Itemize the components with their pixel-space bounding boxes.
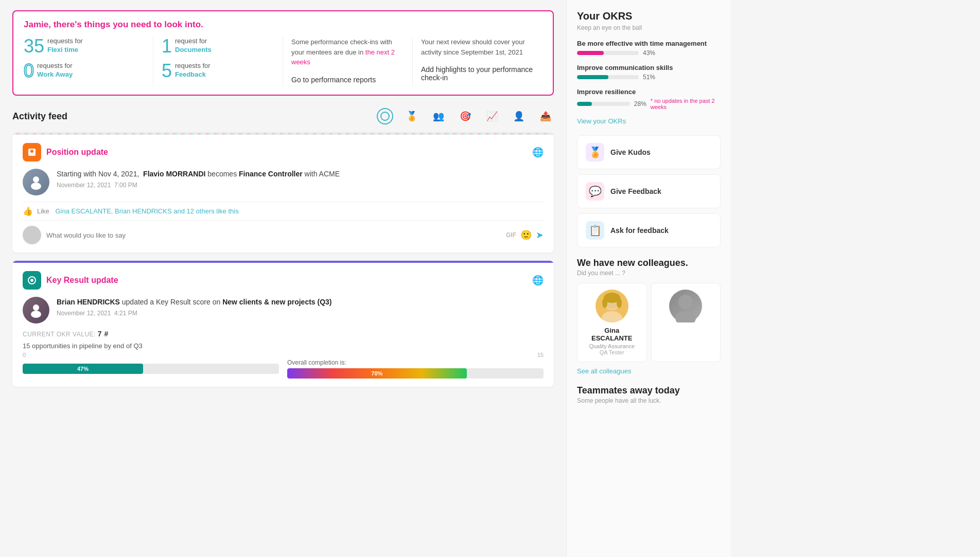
card-header-2: Key Result update 🌐 — [23, 271, 544, 290]
teammates-section: Teammates away today Some people have al… — [577, 385, 721, 404]
teammates-subtitle: Some people have all the luck. — [577, 397, 721, 404]
colleague-card-1[interactable]: GinaESCALANTE Quality Assurance QA Teste… — [577, 283, 647, 362]
card-type-1: Position update — [23, 143, 108, 161]
send-button-1[interactable]: ➤ — [536, 229, 544, 241]
colleagues-row: GinaESCALANTE Quality Assurance QA Teste… — [577, 283, 721, 362]
review-message: Your next review should cover your activ… — [421, 37, 534, 57]
comment-box-1: GIF 🙂 ➤ — [23, 220, 544, 244]
key-result-card: Key Result update 🌐 Brian HENDRICKS upda… — [12, 261, 554, 387]
activity-feed-title: Activity feed — [12, 111, 67, 122]
okr-warning-3: * no updates in the past 2 weeks — [651, 98, 721, 110]
svg-point-3 — [33, 176, 39, 183]
view-okrs-link[interactable]: View your OKRs — [577, 117, 721, 125]
card-type-2: Key Result update — [23, 271, 118, 290]
feed-filters: 🏅 👥 🎯 📈 👤 📤 — [377, 108, 554, 124]
post-timestamp-2: November 12, 2021 4:21 PM — [57, 310, 544, 317]
feedback-number: 5 — [162, 62, 172, 80]
emoji-button[interactable]: 🙂 — [520, 229, 532, 241]
flexi-label: requests forFlexi time — [47, 37, 83, 55]
performance-link[interactable]: Go to performance reports — [291, 76, 376, 84]
filter-badge[interactable]: 🏅 — [404, 108, 420, 124]
alert-stats-left: 35 requests forFlexi time 0 requests for… — [24, 37, 153, 86]
svg-point-16 — [675, 311, 696, 322]
activity-feed-header: Activity feed 🏅 👥 🎯 📈 👤 📤 — [12, 108, 554, 124]
feedback-stat: 5 requests forFeedback — [162, 62, 274, 80]
filter-chart[interactable]: 📈 — [484, 108, 500, 124]
filter-profile[interactable]: 👤 — [511, 108, 527, 124]
ask-feedback-card[interactable]: 📋 Ask for feedback — [577, 213, 721, 247]
performance-highlight: the next 2 weeks — [291, 48, 395, 66]
okr-bar-row-2: 51% — [577, 74, 721, 81]
work-away-stat: 0 requests forWork Away — [24, 62, 145, 80]
filter-target[interactable]: 🎯 — [457, 108, 474, 124]
gif-button[interactable]: GIF — [506, 231, 516, 239]
review-section: Your next review should cover your activ… — [413, 37, 542, 86]
okr-subtitle: Keep an eye on the ball — [577, 24, 721, 31]
post-timestamp-1: November 12, 2021 7:00 PM — [57, 182, 544, 189]
colleagues-title: We have new colleagues. — [577, 258, 721, 268]
progress-scale: 015 — [23, 352, 544, 358]
give-kudos-card[interactable]: 🏅 Give Kudos — [577, 135, 721, 169]
work-away-label: requests forWork Away — [37, 62, 73, 79]
colleague-avatar-2 — [669, 290, 702, 322]
documents-number: 1 — [162, 37, 172, 56]
post-content-2: Brian HENDRICKS updated a Key Result sco… — [23, 297, 544, 324]
okr-item-1: Be more effective with time management 4… — [577, 40, 721, 57]
pipeline-bar-col: 47% — [23, 364, 279, 374]
like-names-1: Gina ESCALANTE, Brian HENDRICKS and 12 o… — [55, 207, 238, 215]
okr-item-3: Improve resilience 28% * no updates in t… — [577, 88, 721, 110]
okr-section: Your OKRS Keep an eye on the ball Be mor… — [577, 10, 721, 125]
okr-bar-fill-1 — [577, 51, 604, 55]
filter-upload[interactable]: 📤 — [537, 108, 554, 124]
okr-title: Your OKRS — [577, 10, 721, 22]
okr-item-title-1: Be more effective with time management — [577, 40, 721, 47]
see-all-link[interactable]: See all colleagues — [577, 367, 721, 375]
work-away-number: 0 — [24, 62, 34, 80]
like-icon-1[interactable]: 👍 — [23, 206, 33, 216]
svg-point-4 — [31, 183, 41, 190]
filter-all[interactable] — [377, 108, 393, 124]
colleague-name-2 — [685, 327, 687, 334]
comment-input-1[interactable] — [46, 231, 501, 239]
globe-icon-2[interactable]: 🌐 — [532, 275, 544, 286]
review-link[interactable]: Add highlights to your performance check… — [421, 65, 533, 82]
card-header-1: Position update 🌐 — [23, 143, 544, 161]
post-content-1: Starting with Nov 4, 2021, Flavio MORRAN… — [23, 169, 544, 195]
kudos-icon: 🏅 — [586, 143, 604, 161]
okr-bar-track-2 — [577, 75, 639, 79]
colleagues-subtitle: Did you meet ... ? — [577, 269, 721, 277]
pipeline-label: 15 opportunities in pipeline by end of Q… — [23, 342, 544, 350]
colleague-avatar-1 — [596, 290, 628, 322]
svg-point-14 — [617, 298, 622, 308]
teammates-title: Teammates away today — [577, 385, 721, 396]
performance-message: Some performance check-ins with your men… — [291, 37, 404, 67]
globe-icon-1[interactable]: 🌐 — [532, 147, 544, 158]
key-result-icon — [23, 271, 41, 290]
okr-item-title-3: Improve resilience — [577, 88, 721, 96]
like-text-1: Like — [37, 207, 51, 215]
okr-item-2: Improve communication skills 51% — [577, 64, 721, 81]
svg-point-13 — [602, 298, 607, 308]
pipeline-bar-track: 47% — [23, 364, 279, 374]
overall-bar-track: 70% — [287, 368, 544, 379]
filter-people[interactable]: 👥 — [430, 108, 447, 124]
position-icon — [23, 143, 41, 161]
sidebar: Your OKRS Keep an eye on the ball Be mor… — [566, 0, 731, 557]
flexi-number: 35 — [24, 37, 44, 56]
colleague-role-1: QA Tester — [600, 349, 624, 355]
post-avatar-1 — [23, 169, 49, 195]
performance-section: Some performance check-ins with your men… — [283, 37, 413, 86]
svg-point-6 — [30, 279, 33, 282]
alert-stats-right: 1 request forDocuments 5 requests forFee… — [153, 37, 283, 86]
give-feedback-card[interactable]: 💬 Give Feedback — [577, 174, 721, 208]
colleague-name-1: GinaESCALANTE — [591, 327, 632, 342]
feedback-icon: 💬 — [586, 182, 604, 201]
overall-bar-col: Overall completion is: 70% — [287, 359, 544, 379]
give-feedback-label: Give Feedback — [610, 187, 661, 195]
alert-title: Jamie, there's things you need to look i… — [24, 20, 542, 30]
colleague-card-2[interactable] — [651, 283, 721, 362]
svg-point-15 — [678, 295, 693, 309]
post-text-1: Starting with Nov 4, 2021, Flavio MORRAN… — [57, 169, 544, 195]
okr-pct-3: 28% — [634, 100, 646, 107]
alert-banner: Jamie, there's things you need to look i… — [12, 10, 554, 96]
